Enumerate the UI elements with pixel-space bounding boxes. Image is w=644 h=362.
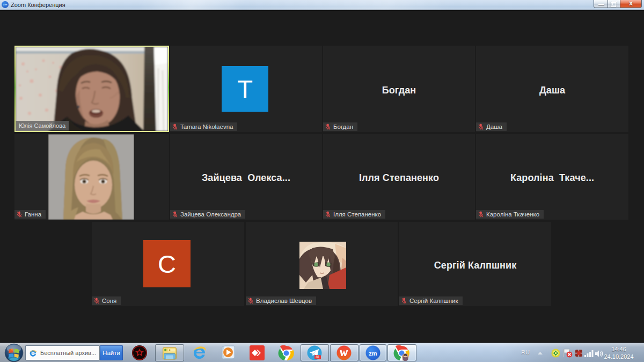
svg-text:zm: zm — [369, 350, 377, 357]
svg-text:81: 81 — [316, 355, 320, 359]
